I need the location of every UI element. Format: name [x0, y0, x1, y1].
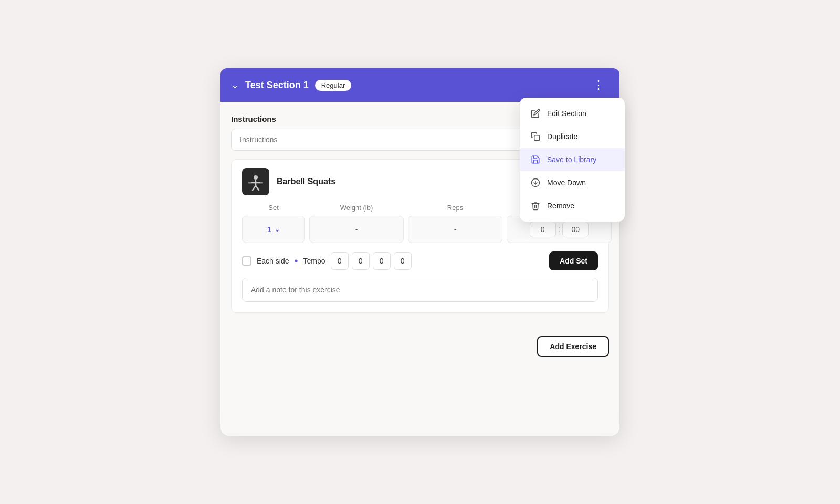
save-icon [530, 154, 541, 165]
each-side-label: Each side [257, 257, 289, 265]
rest-minutes-input[interactable] [530, 222, 556, 237]
exercise-image [242, 168, 269, 195]
set-cell[interactable]: 1 ⌄ [242, 216, 305, 243]
bottom-left: Each side • Tempo [242, 252, 412, 270]
menu-item-edit-section-label: Edit Section [547, 109, 586, 118]
add-set-button[interactable]: Add Set [549, 251, 598, 270]
menu-item-save-to-library[interactable]: Save to Library [520, 148, 625, 171]
menu-item-remove-label: Remove [547, 202, 574, 210]
menu-item-duplicate[interactable]: Duplicate [520, 125, 625, 148]
move-down-icon [530, 177, 541, 188]
weight-cell[interactable]: - [309, 216, 404, 243]
col-header-set: Set [242, 204, 305, 212]
set-value: 1 [267, 225, 271, 234]
tempo-label: Tempo [303, 257, 326, 265]
weight-value: - [355, 225, 358, 234]
edit-icon [530, 108, 541, 119]
menu-item-remove[interactable]: Remove [520, 194, 625, 217]
workout-card: ⌄ Test Section 1 Regular ⋮ Edit Section [220, 68, 620, 436]
set-chevron-icon: ⌄ [275, 226, 280, 233]
add-exercise-area: Add Exercise [220, 326, 620, 357]
reps-cell[interactable]: - [408, 216, 502, 243]
menu-item-save-to-library-label: Save to Library [547, 155, 596, 164]
svg-rect-0 [534, 135, 540, 141]
tempo-input-3[interactable] [373, 252, 391, 270]
dot-separator: • [294, 256, 298, 266]
exercise-name: Barbell Squats [277, 177, 335, 186]
reps-value: - [454, 225, 457, 234]
col-header-reps: Reps [408, 204, 502, 212]
duplicate-icon [530, 131, 541, 142]
svg-rect-6 [260, 182, 263, 184]
exercise-bottom: Each side • Tempo Add Set [242, 251, 598, 270]
menu-item-edit-section[interactable]: Edit Section [520, 102, 625, 125]
section-header: ⌄ Test Section 1 Regular ⋮ Edit Section [220, 68, 620, 102]
tempo-input-2[interactable] [352, 252, 370, 270]
col-header-weight: Weight (lb) [309, 204, 404, 212]
context-menu: Edit Section Duplicate [520, 98, 625, 222]
svg-rect-5 [248, 182, 251, 184]
section-title: Test Section 1 [245, 80, 309, 91]
menu-item-move-down-label: Move Down [547, 178, 586, 187]
section-menu-button[interactable]: ⋮ [589, 76, 609, 94]
tempo-input-1[interactable] [331, 252, 349, 270]
section-badge: Regular [315, 80, 352, 91]
remove-icon [530, 201, 541, 211]
menu-item-move-down[interactable]: Move Down [520, 171, 625, 194]
tempo-inputs [331, 252, 412, 270]
svg-point-4 [254, 175, 258, 180]
rest-seconds-input[interactable] [562, 222, 589, 237]
menu-item-duplicate-label: Duplicate [547, 132, 578, 141]
tempo-input-4[interactable] [394, 252, 412, 270]
rest-separator: : [558, 225, 560, 234]
each-side-checkbox[interactable] [242, 256, 251, 266]
add-exercise-button[interactable]: Add Exercise [537, 336, 609, 357]
exercise-note-input[interactable] [242, 278, 598, 302]
collapse-icon[interactable]: ⌄ [231, 79, 239, 91]
section-header-left: ⌄ Test Section 1 Regular [231, 79, 351, 91]
